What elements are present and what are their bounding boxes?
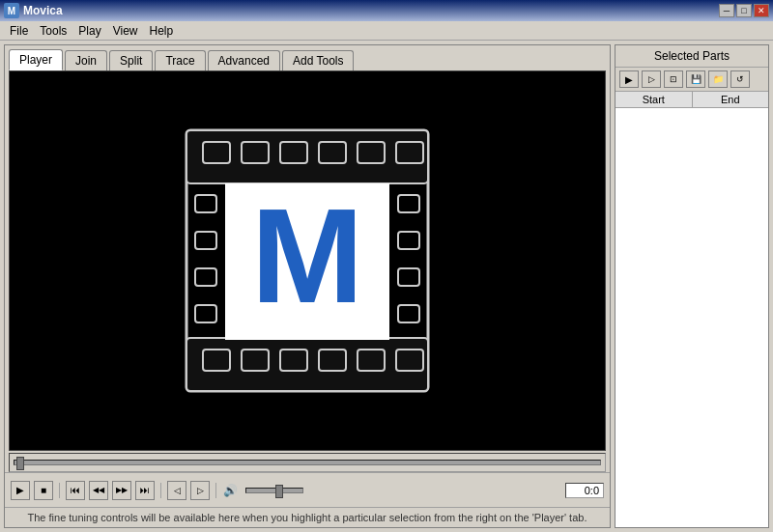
separator-2 [160, 483, 161, 498]
film-frame-svg: M [182, 126, 433, 396]
left-panel: Player Join Split Trace Advanced Add Too… [4, 44, 611, 528]
tab-player[interactable]: Player [9, 49, 63, 70]
svg-rect-20 [398, 232, 419, 249]
minimize-button[interactable]: ─ [719, 4, 734, 17]
close-button[interactable]: ✕ [754, 4, 769, 17]
parts-play2-btn[interactable]: ▷ [642, 70, 661, 88]
parts-open-btn[interactable]: 📁 [708, 70, 728, 88]
play-button[interactable]: ▶ [11, 481, 30, 500]
stop-button[interactable]: ■ [34, 481, 53, 500]
separator-3 [215, 483, 216, 498]
parts-save-btn[interactable]: 💾 [686, 70, 705, 88]
next-frame-button[interactable]: ⏭ [135, 481, 155, 500]
tab-advanced[interactable]: Advanced [208, 50, 280, 70]
parts-table-header: Start End [616, 92, 768, 108]
film-logo: M [182, 126, 433, 396]
tab-split[interactable]: Split [109, 50, 153, 70]
svg-rect-22 [398, 305, 419, 322]
separator-1 [59, 483, 60, 498]
app-icon: M [4, 3, 19, 18]
svg-rect-19 [398, 195, 419, 212]
seek-handle[interactable] [16, 457, 24, 470]
right-panel: Selected Parts ▶ ▷ ⊡ 💾 📁 ↺ Start End [615, 44, 769, 528]
step-back-button[interactable]: ◀◀ [89, 481, 108, 500]
svg-rect-18 [195, 305, 216, 322]
time-display: 0:0 [565, 483, 604, 498]
playback-controls: ▶ ■ ⏮ ◀◀ ▶▶ ⏭ ◁ ▷ 🔊 0:0 [5, 472, 610, 507]
selected-parts-title: Selected Parts [654, 49, 730, 63]
tab-trace[interactable]: Trace [155, 50, 205, 70]
menu-bar: File Tools Play View Help [0, 21, 773, 41]
menu-help[interactable]: Help [144, 22, 180, 40]
volume-slider[interactable] [245, 488, 303, 493]
parts-play-btn[interactable]: ▶ [619, 70, 639, 88]
menu-tools[interactable]: Tools [34, 22, 72, 40]
seek-bar-area[interactable] [9, 453, 606, 472]
svg-rect-16 [195, 232, 216, 249]
svg-rect-17 [195, 268, 216, 286]
parts-mark-btn[interactable]: ⊡ [664, 70, 683, 88]
info-text: The fine tuning controls will be availab… [28, 512, 587, 523]
window-controls: ─ □ ✕ [719, 4, 769, 17]
parts-toolbar: ▶ ▷ ⊡ 💾 📁 ↺ [616, 68, 768, 92]
selected-parts-header: Selected Parts [616, 45, 768, 68]
tabs-bar: Player Join Split Trace Advanced Add Too… [5, 45, 610, 70]
prev-frame-button[interactable]: ⏮ [66, 481, 85, 500]
mark-in-button[interactable]: ◁ [167, 481, 186, 500]
volume-handle[interactable] [275, 485, 283, 498]
parts-content [616, 108, 768, 527]
step-fwd-button[interactable]: ▶▶ [112, 481, 131, 500]
maximize-button[interactable]: □ [736, 4, 752, 17]
svg-rect-21 [398, 268, 419, 286]
video-player: M [9, 70, 606, 451]
menu-file[interactable]: File [4, 22, 34, 40]
tab-join[interactable]: Join [65, 50, 107, 70]
title-bar: M Movica ─ □ ✕ [0, 0, 773, 21]
svg-text:M: M [251, 180, 364, 331]
mark-out-button[interactable]: ▷ [190, 481, 210, 500]
info-bar: The fine tuning controls will be availab… [5, 507, 610, 527]
volume-icon: 🔊 [222, 481, 238, 500]
main-container: Player Join Split Trace Advanced Add Too… [0, 41, 773, 532]
svg-rect-15 [195, 195, 216, 212]
menu-play[interactable]: Play [72, 22, 106, 40]
tab-add-tools[interactable]: Add Tools [282, 50, 354, 70]
col-start: Start [616, 92, 693, 107]
parts-refresh-btn[interactable]: ↺ [730, 70, 750, 88]
seek-bar[interactable] [14, 460, 601, 465]
col-end: End [693, 92, 769, 107]
menu-view[interactable]: View [107, 22, 144, 40]
app-title: Movica [23, 4, 63, 17]
